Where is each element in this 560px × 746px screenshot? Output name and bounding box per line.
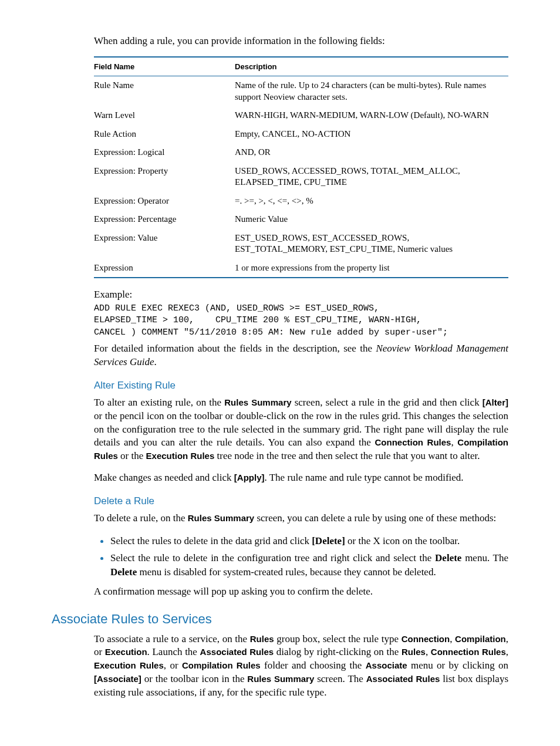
th-desc: Description <box>235 57 508 76</box>
cell-desc: WARN-HIGH, WARN-MEDIUM, WARN-LOW (Defaul… <box>235 106 508 125</box>
cell-field: Rule Name <box>94 76 235 107</box>
delete-paragraph-1: To delete a rule, on the Rules Summary s… <box>94 512 508 525</box>
th-field: Field Name <box>94 57 235 76</box>
cell-desc: Empty, CANCEL, NO-ACTION <box>235 125 508 144</box>
table-row: Rule NameName of the rule. Up to 24 char… <box>94 76 508 107</box>
cell-desc: =. >=, >, <, <=, <>, % <box>235 192 508 211</box>
delete-heading: Delete a Rule <box>94 495 508 507</box>
list-item: Select the rules to delete in the data g… <box>110 534 508 548</box>
table-row: Expression: ValueEST_USED_ROWS, EST_ACCE… <box>94 229 508 259</box>
cell-desc: Numeric Value <box>235 210 508 229</box>
cell-desc: EST_USED_ROWS, EST_ACCESSED_ROWS, EST_TO… <box>235 229 508 259</box>
alter-paragraph-1: To alter an existing rule, on the Rules … <box>94 396 508 464</box>
cell-desc: Name of the rule. Up to 24 characters (c… <box>235 76 508 107</box>
cell-field: Warn Level <box>94 106 235 125</box>
table-row: Expression: Operator=. >=, >, <, <=, <>,… <box>94 192 508 211</box>
associate-paragraph: To associate a rule to a service, on the… <box>94 633 508 700</box>
cell-field: Expression: Value <box>94 229 235 259</box>
cell-field: Expression <box>94 259 235 278</box>
table-row: Warn LevelWARN-HIGH, WARN-MEDIUM, WARN-L… <box>94 106 508 125</box>
table-row: Rule ActionEmpty, CANCEL, NO-ACTION <box>94 125 508 144</box>
intro-text: When adding a rule, you can provide info… <box>94 35 508 47</box>
fields-table: Field Name Description Rule NameName of … <box>94 56 508 278</box>
cell-field: Expression: Operator <box>94 192 235 211</box>
example-label: Example: <box>94 289 508 301</box>
cell-desc: 1 or more expressions from the property … <box>235 259 508 278</box>
delete-paragraph-2: A confirmation message will pop up askin… <box>94 585 508 599</box>
cell-field: Expression: Logical <box>94 143 235 162</box>
cell-field: Rule Action <box>94 125 235 144</box>
table-row: Expression: PropertyUSED_ROWS, ACCESSED_… <box>94 162 508 192</box>
table-row: Expression: PercentageNumeric Value <box>94 210 508 229</box>
delete-bullets: Select the rules to delete in the data g… <box>94 534 508 579</box>
cell-desc: USED_ROWS, ACCESSED_ROWS, TOTAL_MEM_ALLO… <box>235 162 508 192</box>
alter-heading: Alter Existing Rule <box>94 380 508 391</box>
cell-field: Expression: Property <box>94 162 235 192</box>
table-row: Expression: LogicalAND, OR <box>94 143 508 162</box>
alter-paragraph-2: Make changes as needed and click [Apply]… <box>94 471 508 485</box>
table-row: Expression1 or more expressions from the… <box>94 259 508 278</box>
associate-heading: Associate Rules to Services <box>52 612 508 627</box>
example-code: ADD RULE EXEC REXEC3 (AND, USED_ROWS >= … <box>94 303 508 339</box>
cell-field: Expression: Percentage <box>94 210 235 229</box>
list-item: Select the rule to delete in the configu… <box>110 551 508 579</box>
cell-desc: AND, OR <box>235 143 508 162</box>
detail-paragraph: For detailed information about the field… <box>94 342 508 369</box>
